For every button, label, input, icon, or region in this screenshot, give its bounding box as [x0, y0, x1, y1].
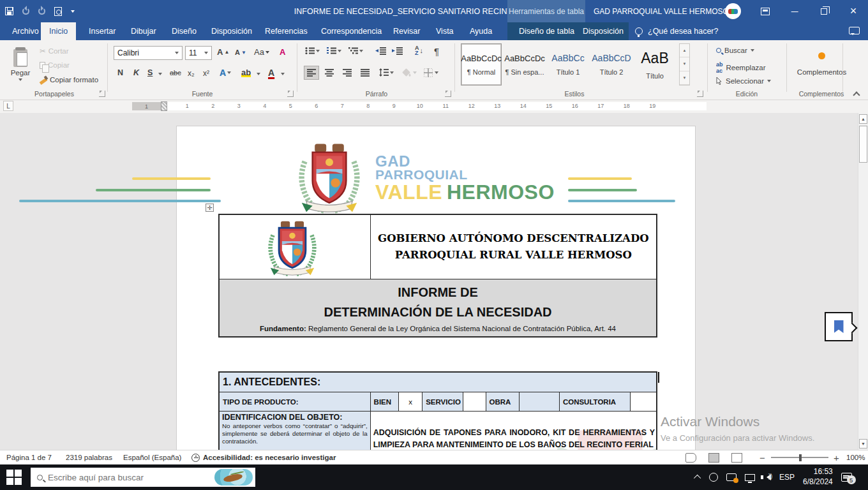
change-case-button[interactable]: Aa	[254, 47, 269, 57]
increase-indent-button[interactable]	[392, 47, 403, 55]
decrease-indent-button[interactable]	[375, 47, 386, 55]
servicio-label-cell[interactable]: SERVICIO	[423, 392, 463, 411]
antecedentes-table[interactable]: 1. ANTECEDENTES: TIPO DE PRODUCTO: BIEN …	[218, 371, 657, 450]
tab-correspondencia[interactable]: Correspondencia	[313, 22, 390, 40]
bookmark-indicator[interactable]	[825, 312, 853, 341]
tab-inicio[interactable]: Inicio	[41, 22, 76, 40]
format-painter-button[interactable]: Copiar formato	[40, 76, 98, 84]
taskbar-search-box[interactable]	[31, 468, 255, 487]
vertical-scrollbar[interactable]: ▲ ▼	[858, 113, 868, 450]
tab-disposicion[interactable]: Disposición	[203, 22, 260, 40]
tab-dibujar[interactable]: Dibujar	[123, 22, 165, 40]
taskbar-search-input[interactable]	[48, 473, 195, 482]
font-dialog-launcher-icon[interactable]	[287, 91, 294, 97]
paragraph-dialog-launcher-icon[interactable]	[445, 91, 451, 97]
zoom-slider[interactable]	[771, 450, 828, 464]
read-mode-button[interactable]	[685, 450, 696, 464]
zoom-thumb[interactable]	[799, 454, 802, 461]
shading-button[interactable]	[402, 68, 417, 77]
scroll-up-icon[interactable]: ▲	[859, 114, 867, 124]
keyboard-language[interactable]: ESP	[779, 473, 795, 482]
align-center-button[interactable]	[322, 66, 337, 80]
copy-button[interactable]: Copiar	[40, 61, 70, 69]
zoom-in-button[interactable]: +	[834, 450, 839, 464]
align-right-button[interactable]	[340, 66, 355, 80]
start-button[interactable]	[6, 470, 22, 485]
consultoria-value-cell[interactable]	[631, 392, 656, 411]
highlight-chevron-icon[interactable]	[257, 73, 260, 75]
tab-diseno[interactable]: Diseño	[163, 22, 205, 40]
bold-button[interactable]: N	[117, 68, 123, 77]
save-icon[interactable]	[5, 7, 13, 15]
shrink-font-button[interactable]: A▼	[235, 48, 246, 56]
minimize-button[interactable]: ─	[780, 0, 809, 22]
numbering-button[interactable]	[327, 47, 341, 55]
replace-button[interactable]: abac Reemplazar	[716, 61, 766, 74]
paste-button[interactable]: Pegar	[6, 43, 34, 87]
highlight-color-button[interactable]: ab	[241, 68, 251, 77]
subscript-button[interactable]: x₂	[188, 69, 195, 78]
ribbon-display-options-button[interactable]	[751, 0, 780, 22]
consultoria-label-cell[interactable]: CONSULTORIA	[560, 392, 631, 411]
text-effects-button[interactable]: A	[220, 68, 231, 78]
font-size-select[interactable]: 11	[185, 46, 212, 60]
strikethrough-button[interactable]: abc	[170, 69, 181, 77]
superscript-button[interactable]: x²	[203, 69, 209, 78]
language-indicator[interactable]: Español (España)	[123, 450, 181, 464]
bien-value-cell[interactable]: x	[399, 392, 423, 411]
zoom-out-button[interactable]: −	[760, 450, 765, 464]
tab-diseno-de-tabla[interactable]: Diseño de tabla	[511, 22, 583, 40]
clipboard-dialog-launcher-icon[interactable]	[99, 91, 105, 97]
font-color-button[interactable]: A	[268, 68, 274, 78]
styles-scroll-up-icon[interactable]: ▲	[680, 44, 689, 57]
print-layout-button[interactable]	[708, 450, 719, 464]
grow-font-button[interactable]: A▲	[217, 47, 229, 57]
cut-button[interactable]: ✂ Cortar	[40, 47, 69, 56]
print-preview-icon[interactable]	[54, 7, 62, 16]
volume-icon[interactable]	[763, 474, 771, 480]
tab-insertar[interactable]: Insertar	[80, 22, 124, 40]
style-sin-espaciado[interactable]: AaBbCcDc ¶ Sin espa...	[504, 43, 545, 85]
style-titulo[interactable]: AaB Título	[634, 43, 675, 85]
tab-disposicion-tabla[interactable]: Disposición	[574, 22, 632, 40]
tab-stop-selector[interactable]: L	[3, 101, 13, 111]
italic-button[interactable]: K	[133, 68, 139, 77]
servicio-value-cell[interactable]	[463, 392, 486, 411]
borders-button[interactable]	[424, 68, 438, 77]
styles-dialog-launcher-icon[interactable]	[697, 91, 703, 97]
tab-revisar[interactable]: Revisar	[385, 22, 428, 40]
org-name-cell[interactable]: GOBIERNO AUTÓNOMO DESCENTRALIZADO PARROQ…	[371, 215, 656, 279]
objeto-value-cell[interactable]: ADQUISICIÓN DE TAPONES PARA INODORO, KIT…	[371, 412, 656, 450]
customize-qat-icon[interactable]	[71, 10, 75, 13]
scroll-down-icon[interactable]: ▼	[859, 439, 867, 449]
word-count[interactable]: 2319 palabras	[66, 450, 112, 464]
styles-scroll-down-icon[interactable]: ▼	[680, 57, 689, 71]
comments-icon[interactable]	[849, 27, 860, 34]
select-button[interactable]: Seleccionar	[716, 77, 771, 85]
obra-value-cell[interactable]	[520, 392, 560, 411]
tab-ayuda[interactable]: Ayuda	[461, 22, 500, 40]
table-move-handle[interactable]: ✛	[206, 204, 214, 212]
notification-center-icon[interactable]: 5	[841, 473, 852, 482]
restore-button[interactable]	[809, 0, 839, 22]
close-button[interactable]: ×	[839, 0, 868, 22]
antecedentes-heading-cell[interactable]: 1. ANTECEDENTES:	[220, 373, 656, 392]
underline-button[interactable]: S	[147, 68, 153, 77]
underline-chevron-icon[interactable]	[158, 73, 162, 75]
styles-gallery-more-icon[interactable]: ▼	[680, 71, 689, 85]
search-highlight-image[interactable]	[214, 469, 253, 486]
bullets-button[interactable]	[305, 47, 320, 55]
avatar[interactable]	[725, 3, 741, 19]
undo-icon[interactable]	[22, 8, 29, 15]
tray-meet-icon[interactable]	[709, 473, 718, 482]
sort-button[interactable]: AZ↓	[415, 45, 423, 56]
justify-button[interactable]	[357, 66, 373, 80]
show-marks-button[interactable]: ¶	[434, 46, 439, 57]
accessibility-status[interactable]: Accesibilidad: es necesario investigar	[191, 450, 336, 464]
find-button[interactable]: Buscar	[716, 47, 754, 54]
web-layout-button[interactable]	[731, 450, 742, 464]
redo-icon[interactable]	[38, 8, 45, 15]
style-titulo-1[interactable]: AaBbCc Título 1	[548, 43, 588, 85]
account-name[interactable]: GAD PARROQUIAL VALLE HERMOSO	[594, 0, 729, 22]
tray-update-icon[interactable]	[726, 473, 737, 481]
